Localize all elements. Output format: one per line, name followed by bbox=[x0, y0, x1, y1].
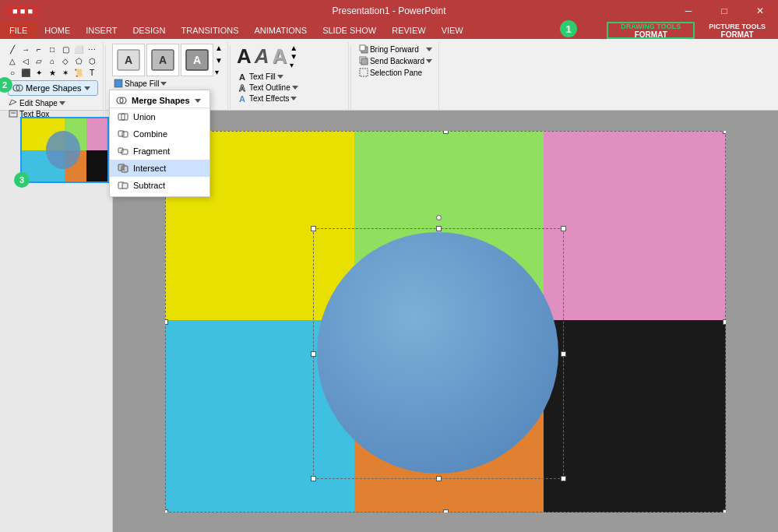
tab-insert[interactable]: INSERT bbox=[78, 22, 125, 39]
shape-triangle[interactable]: △ bbox=[6, 55, 19, 66]
text-effects-label: Text Effects bbox=[249, 94, 290, 103]
shape-style-previews: A A A ▲ ▼ ▾ bbox=[112, 44, 223, 76]
text-effects-button[interactable]: A Text Effects bbox=[237, 93, 299, 104]
shape-fill-arrow bbox=[160, 82, 167, 86]
style-preview-3-svg: A bbox=[185, 48, 209, 72]
fragment-label: Fragment bbox=[133, 146, 170, 156]
shape-hexagon[interactable]: ⬡ bbox=[86, 55, 98, 66]
merge-shapes-menu-arrow bbox=[195, 99, 201, 103]
shape-star6[interactable]: ✶ bbox=[59, 67, 72, 78]
minimize-button[interactable]: ─ bbox=[671, 0, 706, 22]
shape-parallelogram[interactable]: ▱ bbox=[33, 55, 45, 66]
wordart-scroll-up[interactable]: ▲ bbox=[290, 44, 297, 52]
maximize-button[interactable]: □ bbox=[706, 0, 742, 22]
thumb-circle bbox=[46, 131, 80, 169]
menu-item-intersect[interactable]: Intersect bbox=[110, 160, 209, 177]
shape-rtriangle[interactable]: ◁ bbox=[19, 55, 32, 66]
shape-rounded-rect[interactable]: ▢ bbox=[59, 44, 72, 55]
edit-shape-row: Edit Shape Text Box bbox=[6, 97, 98, 119]
slide-canvas[interactable] bbox=[165, 131, 726, 513]
window-title: Presentation1 - PowerPoint bbox=[332, 5, 445, 16]
send-backward-label: Send Backward bbox=[370, 57, 424, 65]
menu-item-fragment[interactable]: Fragment bbox=[110, 143, 209, 160]
shape-line[interactable]: ╱ bbox=[6, 44, 19, 55]
shape-circle[interactable]: ○ bbox=[6, 67, 19, 78]
shape-diamond[interactable]: ◇ bbox=[59, 55, 72, 66]
shape-snip-rect[interactable]: ⬜ bbox=[72, 44, 85, 55]
union-label: Union bbox=[133, 112, 156, 122]
style-scroll-down[interactable]: ▼ bbox=[215, 56, 223, 65]
selection-pane-button[interactable]: Selection Pane bbox=[357, 67, 434, 78]
tab-view[interactable]: VIEW bbox=[434, 22, 471, 39]
file-menu-titlebar[interactable]: ■ ■ ■ bbox=[6, 5, 39, 16]
tab-transitions[interactable]: TRANSITIONS bbox=[174, 22, 247, 39]
drawing-tools-tab[interactable]: DRAWING TOOLS FORMAT bbox=[607, 22, 695, 39]
tab-design[interactable]: DESIGN bbox=[125, 22, 173, 39]
svg-rect-10 bbox=[114, 79, 122, 87]
picture-tools-tab[interactable]: PICTURE TOOLS FORMAT bbox=[696, 22, 778, 39]
shape-more[interactable]: ⋯ bbox=[86, 44, 98, 55]
edit-shape-arrow bbox=[59, 101, 65, 105]
shape-style-2[interactable]: A bbox=[146, 44, 179, 76]
badge-3: 3 bbox=[14, 172, 30, 188]
blue-circle[interactable] bbox=[317, 232, 558, 474]
wordart-more[interactable]: ▾ bbox=[290, 61, 297, 69]
shape-pentagon[interactable]: ⬠ bbox=[72, 55, 85, 66]
shape-style-1[interactable]: A bbox=[112, 44, 145, 76]
svg-rect-28 bbox=[121, 150, 128, 154]
menu-item-combine[interactable]: Combine bbox=[110, 125, 209, 143]
wordart-style-3[interactable]: A bbox=[272, 44, 287, 69]
shape-scroll[interactable]: 📜 bbox=[72, 67, 85, 78]
wordart-style-2[interactable]: A bbox=[255, 44, 269, 69]
arrange-buttons: Bring Forward Send Backward Selection P bbox=[357, 44, 434, 119]
wordart-style-1[interactable]: A bbox=[237, 44, 252, 69]
edit-shape-button[interactable]: Edit Shape bbox=[6, 97, 98, 108]
bring-forward-button[interactable]: Bring Forward bbox=[357, 44, 434, 55]
style-scroll-up[interactable]: ▲ bbox=[215, 44, 223, 52]
tab-home[interactable]: HOME bbox=[37, 22, 78, 39]
shape-connector[interactable]: ⌐ bbox=[33, 44, 45, 55]
send-backward-arrow bbox=[426, 59, 432, 63]
bring-forward-arrow bbox=[426, 48, 432, 51]
tab-file[interactable]: FILE bbox=[0, 22, 37, 39]
title-bar: ■ ■ ■ Presentation1 - PowerPoint ─ □ ✕ bbox=[0, 0, 778, 22]
tab-review[interactable]: REVIEW bbox=[384, 22, 433, 39]
tab-slideshow[interactable]: SLIDE SHOW bbox=[315, 22, 384, 39]
subtract-icon bbox=[118, 180, 128, 191]
shape-star4[interactable]: ✦ bbox=[33, 67, 45, 78]
shape-trapezoid[interactable]: ⌂ bbox=[46, 55, 58, 66]
svg-rect-20 bbox=[360, 69, 368, 76]
menu-item-union[interactable]: Union bbox=[110, 108, 209, 125]
shape-rect[interactable]: □ bbox=[46, 44, 58, 55]
wordart-scroll-down[interactable]: ▼ bbox=[290, 52, 297, 61]
shape-fill-icon bbox=[114, 79, 123, 88]
text-outline-button[interactable]: A Text Outline bbox=[237, 82, 300, 93]
merge-shapes-dropdown-icon bbox=[84, 86, 90, 90]
shape-star5[interactable]: ★ bbox=[46, 67, 58, 78]
slide-thumbnail[interactable]: 3 bbox=[20, 117, 109, 183]
merge-shapes-button[interactable]: Merge Shapes bbox=[8, 80, 98, 96]
menu-item-subtract[interactable]: Subtract bbox=[110, 177, 209, 194]
divider-1 bbox=[105, 45, 106, 127]
tab-animations[interactable]: ANIMATIONS bbox=[247, 22, 315, 39]
text-outline-arrow bbox=[292, 86, 298, 90]
intersect-icon bbox=[118, 163, 128, 174]
intersect-label: Intersect bbox=[133, 164, 166, 173]
shape-text[interactable]: T bbox=[86, 67, 98, 78]
text-outline-icon: A bbox=[238, 83, 248, 92]
send-backward-button[interactable]: Send Backward bbox=[357, 55, 434, 66]
close-button[interactable]: ✕ bbox=[742, 0, 778, 22]
svg-rect-19 bbox=[361, 58, 368, 65]
svg-text:A: A bbox=[159, 54, 167, 66]
shape-arrow-line[interactable]: → bbox=[19, 44, 32, 55]
shape-fill-button[interactable]: Shape Fill bbox=[112, 78, 168, 89]
text-fill-button[interactable]: A Text Fill bbox=[237, 71, 285, 82]
style-more[interactable]: ▾ bbox=[215, 68, 223, 76]
bring-forward-label: Bring Forward bbox=[370, 45, 419, 54]
format-label-2: FORMAT bbox=[721, 30, 754, 39]
style-scroll-controls: ▲ ▼ ▾ bbox=[215, 44, 223, 76]
shape-cube[interactable]: ⬛ bbox=[19, 67, 32, 78]
text-fill-arrow bbox=[277, 75, 283, 79]
svg-text:A: A bbox=[239, 83, 245, 92]
shape-style-3[interactable]: A bbox=[181, 44, 213, 76]
